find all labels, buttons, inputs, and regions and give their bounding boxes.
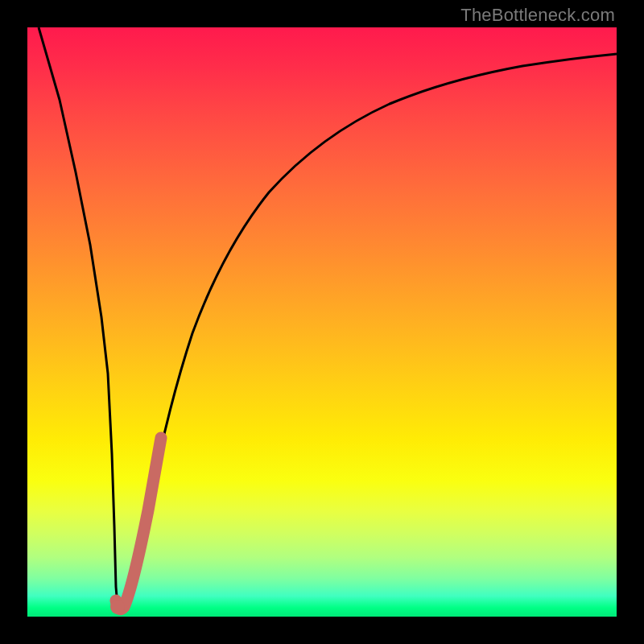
chart-frame: TheBottleneck.com xyxy=(0,0,644,644)
plot-area xyxy=(27,27,617,617)
gradient-background xyxy=(27,27,617,617)
watermark-text: TheBottleneck.com xyxy=(460,5,615,26)
